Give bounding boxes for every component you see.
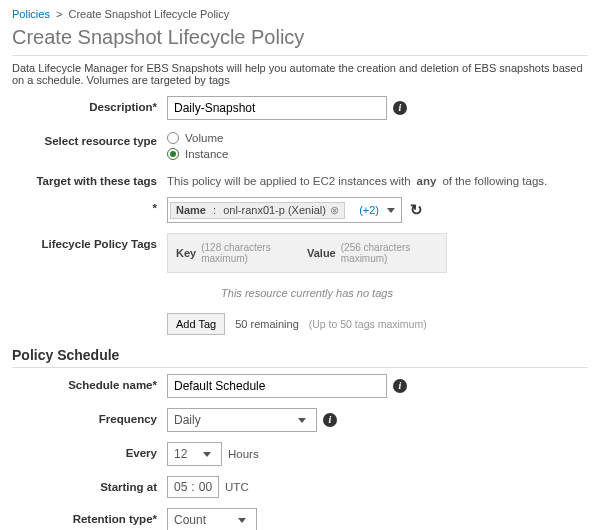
radio-icon-selected	[167, 148, 179, 160]
retention-type-select[interactable]: Count	[167, 508, 257, 530]
info-icon[interactable]: i	[393, 379, 407, 393]
start-mm: 00	[199, 480, 212, 494]
target-tags-help: This policy will be applied to EC2 insta…	[167, 170, 588, 187]
start-timezone: UTC	[225, 481, 249, 493]
chip-remove-icon[interactable]: ⊗	[330, 204, 339, 217]
start-hh: 05	[174, 480, 187, 494]
radio-icon	[167, 132, 179, 144]
frequency-label: Frequency	[12, 408, 167, 425]
starting-at-label: Starting at	[12, 476, 167, 493]
description-label: Description*	[12, 96, 167, 113]
every-select[interactable]: 12	[167, 442, 222, 466]
tag-more-count[interactable]: (+2)	[359, 204, 379, 216]
target-tags-required: *	[12, 197, 167, 214]
tag-chip-value: onl-ranx01-p (Xenial)	[223, 204, 326, 216]
section-divider	[12, 367, 588, 368]
policy-schedule-heading: Policy Schedule	[12, 347, 588, 363]
tags-header-key-hint: (128 characters maximum)	[201, 242, 307, 264]
intro-text: Data Lifecycle Manager for EBS Snapshots…	[12, 62, 588, 86]
refresh-icon[interactable]: ↻	[408, 202, 424, 218]
retention-type-value: Count	[174, 513, 206, 527]
radio-volume-label: Volume	[185, 132, 223, 144]
schedule-name-label: Schedule name*	[12, 374, 167, 391]
description-input[interactable]	[167, 96, 387, 120]
start-time-input[interactable]: 05 : 00	[167, 476, 219, 498]
tags-header-key: Key	[176, 247, 196, 259]
breadcrumb-separator: >	[56, 8, 62, 20]
policy-tags-table: Key (128 characters maximum) Value (256 …	[167, 233, 447, 273]
chevron-down-icon	[298, 418, 306, 423]
radio-instance[interactable]: Instance	[167, 148, 228, 160]
chevron-down-icon	[238, 518, 246, 523]
resource-type-label: Select resource type	[12, 130, 167, 147]
breadcrumb-current: Create Snapshot Lifecycle Policy	[68, 8, 229, 20]
breadcrumb: Policies > Create Snapshot Lifecycle Pol…	[12, 8, 588, 20]
chevron-down-icon[interactable]	[387, 208, 395, 213]
frequency-value: Daily	[174, 413, 201, 427]
tag-chip-key: Name	[176, 204, 206, 216]
title-divider	[12, 55, 588, 56]
info-icon[interactable]: i	[323, 413, 337, 427]
target-tags-label: Target with these tags	[12, 170, 167, 187]
tag-chip[interactable]: Name : onl-ranx01-p (Xenial) ⊗	[170, 202, 345, 219]
every-value: 12	[174, 447, 187, 461]
breadcrumb-root-link[interactable]: Policies	[12, 8, 50, 20]
add-tag-button[interactable]: Add Tag	[167, 313, 225, 335]
every-label: Every	[12, 442, 167, 459]
no-tags-message: This resource currently has no tags	[167, 287, 447, 299]
tags-remaining-hint: (Up to 50 tags maximum)	[309, 318, 427, 330]
radio-instance-label: Instance	[185, 148, 228, 160]
radio-volume[interactable]: Volume	[167, 132, 228, 144]
page-title: Create Snapshot Lifecycle Policy	[12, 26, 588, 49]
tag-picker[interactable]: Name : onl-ranx01-p (Xenial) ⊗ (+2)	[167, 197, 402, 223]
chevron-down-icon	[203, 452, 211, 457]
retention-type-label: Retention type*	[12, 508, 167, 525]
tags-header-value: Value	[307, 247, 336, 259]
tags-header-value-hint: (256 characters maximum)	[341, 242, 438, 264]
schedule-name-input[interactable]	[167, 374, 387, 398]
frequency-select[interactable]: Daily	[167, 408, 317, 432]
start-sep: :	[191, 480, 194, 494]
every-unit: Hours	[228, 448, 259, 460]
tags-remaining: 50 remaining	[235, 318, 299, 330]
policy-tags-label: Lifecycle Policy Tags	[12, 233, 167, 250]
info-icon[interactable]: i	[393, 101, 407, 115]
